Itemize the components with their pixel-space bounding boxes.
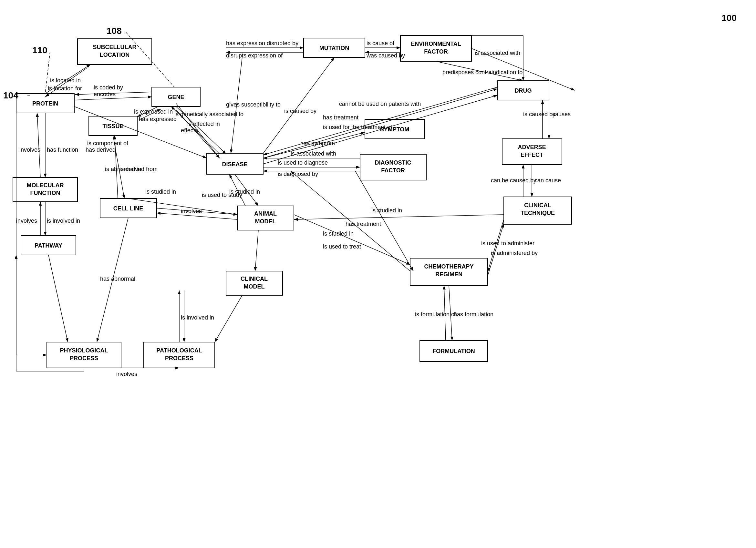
svg-text:CLINICAL: CLINICAL	[524, 202, 551, 209]
svg-text:disrupts expression of: disrupts expression of	[226, 52, 283, 59]
svg-line-138	[255, 230, 258, 271]
svg-line-75	[48, 255, 68, 342]
svg-text:has abnormal: has abnormal	[100, 275, 135, 282]
svg-line-116	[263, 87, 497, 155]
diagram-svg: SUBCELLULAR LOCATION PROTEIN GENE TISSUE…	[0, 0, 756, 548]
svg-text:FACTOR: FACTOR	[381, 167, 405, 174]
svg-text:is used to administer: is used to administer	[481, 240, 534, 247]
svg-text:is caused by: is caused by	[523, 111, 555, 118]
svg-text:EFFECT: EFFECT	[521, 152, 543, 158]
svg-text:FACTOR: FACTOR	[424, 48, 448, 55]
svg-text:CLINICAL: CLINICAL	[241, 275, 268, 282]
svg-text:DISEASE: DISEASE	[222, 161, 247, 168]
svg-text:FORMULATION: FORMULATION	[432, 348, 475, 354]
svg-text:is derived from: is derived from	[119, 166, 158, 172]
svg-text:TISSUE: TISSUE	[102, 123, 123, 129]
svg-text:LOCATION: LOCATION	[100, 52, 130, 58]
svg-text:was caused by: was caused by	[366, 52, 405, 59]
svg-text:GENE: GENE	[168, 94, 184, 100]
svg-text:is studied in: is studied in	[145, 189, 176, 195]
svg-text:is expressed in: is expressed in	[134, 109, 173, 115]
svg-text:involves: involves	[19, 147, 40, 153]
svg-text:is used for the treatment of: is used for the treatment of	[323, 124, 392, 130]
svg-text:is used to study: is used to study	[202, 192, 242, 198]
svg-text:predisposes contraindication t: predisposes contraindication to	[442, 69, 523, 76]
svg-text:is studied in: is studied in	[323, 231, 354, 237]
svg-line-160	[215, 295, 242, 342]
svg-text:CELL LINE: CELL LINE	[113, 205, 143, 212]
svg-text:is associated with: is associated with	[291, 150, 336, 157]
svg-text:has expressed: has expressed	[139, 116, 177, 122]
svg-text:has function: has function	[47, 147, 78, 153]
svg-line-141	[294, 215, 504, 220]
svg-text:is formulation of: is formulation of	[415, 311, 456, 317]
svg-text:has treatment: has treatment	[323, 114, 358, 121]
svg-text:is used to diagnose: is used to diagnose	[278, 160, 328, 166]
svg-text:is studied in: is studied in	[371, 207, 402, 214]
figure-number-108: 108	[107, 26, 122, 36]
svg-text:has symptom: has symptom	[300, 140, 335, 147]
svg-text:has expression disrupted by: has expression disrupted by	[226, 40, 298, 47]
svg-text:cannot be used on patients wit: cannot be used on patients with	[339, 101, 421, 107]
svg-text:is coded by: is coded by	[94, 84, 123, 91]
svg-text:is involved in: is involved in	[47, 218, 80, 224]
svg-line-112	[263, 89, 497, 158]
svg-text:is caused by: is caused by	[284, 108, 316, 114]
svg-text:gives susceptibility to: gives susceptibility to	[226, 101, 281, 108]
svg-text:can cause: can cause	[534, 177, 561, 184]
svg-text:has derived: has derived	[86, 147, 116, 153]
svg-text:involves: involves	[116, 371, 137, 377]
svg-text:ENVIRONMENTAL: ENVIRONMENTAL	[411, 41, 461, 47]
svg-text:TECHNIQUE: TECHNIQUE	[521, 210, 555, 216]
svg-text:DRUG: DRUG	[515, 88, 532, 94]
svg-text:is diagnosed by: is diagnosed by	[278, 171, 318, 177]
figure-number-110: 110	[32, 45, 47, 56]
svg-text:PATHOLOGICAL: PATHOLOGICAL	[156, 347, 202, 354]
figure-number-100: 100	[721, 13, 737, 23]
svg-text:MODEL: MODEL	[244, 283, 265, 290]
svg-text:MOLECULAR: MOLECULAR	[27, 182, 64, 189]
svg-text:PROCESS: PROCESS	[70, 355, 98, 361]
svg-text:can be caused by: can be caused by	[491, 177, 536, 184]
svg-text:is location for: is location for	[48, 85, 82, 92]
svg-text:is associated with: is associated with	[475, 50, 520, 56]
svg-text:FUNCTION: FUNCTION	[30, 190, 60, 196]
svg-text:MODEL: MODEL	[255, 218, 276, 225]
svg-text:PHYSIOLOGICAL: PHYSIOLOGICAL	[60, 347, 108, 354]
svg-text:is cause of: is cause of	[367, 40, 395, 47]
svg-text:is component of: is component of	[87, 140, 129, 147]
svg-text:CHEMOTHERAPY: CHEMOTHERAPY	[424, 264, 473, 270]
svg-text:is genetically associated to: is genetically associated to	[174, 111, 243, 118]
svg-text:is administered by: is administered by	[491, 250, 538, 256]
svg-text:ANIMAL: ANIMAL	[254, 211, 277, 217]
svg-text:PATHWAY: PATHWAY	[35, 243, 62, 249]
svg-text:is involved in: is involved in	[181, 314, 214, 321]
diagram-container: SUBCELLULAR LOCATION PROTEIN GENE TISSUE…	[0, 0, 756, 548]
svg-text:has formulation: has formulation	[454, 311, 493, 317]
svg-text:REGIMEN: REGIMEN	[435, 271, 462, 277]
svg-line-69	[37, 113, 40, 178]
svg-text:involves: involves	[16, 218, 37, 224]
figure-number-104: 104	[3, 90, 18, 101]
svg-text:ADVERSE: ADVERSE	[518, 144, 546, 150]
svg-text:encodes: encodes	[94, 91, 116, 98]
svg-text:SUBCELLULAR: SUBCELLULAR	[93, 44, 137, 50]
svg-text:MUTATION: MUTATION	[319, 45, 349, 51]
svg-text:PROCESS: PROCESS	[165, 355, 193, 361]
svg-text:is used to treat: is used to treat	[323, 243, 361, 250]
svg-text:DIAGNOSTIC: DIAGNOSTIC	[375, 160, 411, 166]
svg-text:PROTEIN: PROTEIN	[32, 100, 58, 107]
